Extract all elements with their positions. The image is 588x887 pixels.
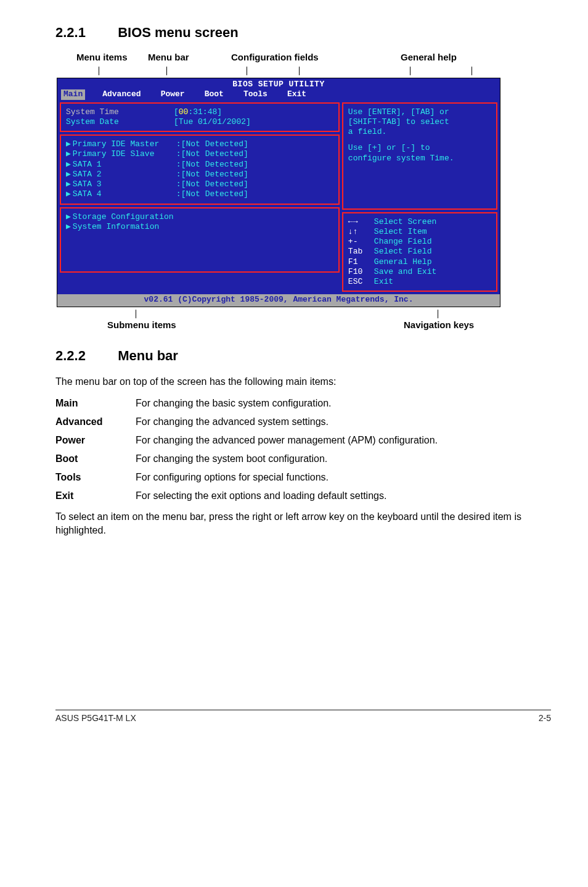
paragraph: The menu bar on top of the screen has th… [55, 375, 551, 389]
section-title: Menu bar [118, 348, 178, 363]
panel-datetime: System Time [00:31:48] System Date [Tue … [60, 102, 340, 133]
section-number: 2.2.1 [55, 25, 114, 41]
spacer [348, 137, 491, 143]
footer-right: 2-5 [539, 713, 551, 723]
bios-menubar: Main Advanced Power Boot Tools Exit [57, 89, 500, 102]
panel-nav-keys: ←→Select Screen ↓↑Select Item +-Change F… [342, 212, 497, 292]
navaction: Change Field [374, 237, 432, 247]
system-date-value[interactable]: [Tue 01/01/2002] [174, 117, 251, 127]
nd-value: :[Not Detected] [176, 179, 248, 189]
panel-drives: ▶Primary IDE Master:[Not Detected] ▶Prim… [60, 134, 340, 205]
tick-icon [299, 67, 300, 75]
section-number: 2.2.2 [55, 348, 114, 364]
menubar-power[interactable]: Power [151, 89, 195, 99]
navkey: F10 [348, 267, 374, 277]
callout-ticks-top [55, 67, 551, 78]
section-heading: 2.2.1 BIOS menu screen [55, 25, 551, 41]
definitions-table: MainFor changing the basic system config… [55, 394, 444, 505]
nd-value: :[Not Detected] [176, 139, 248, 149]
nd-value: :[Not Detected] [176, 160, 248, 170]
def-val: For changing the advanced power manageme… [136, 431, 444, 450]
navaction: Select Item [374, 227, 427, 237]
triangle-icon: ▶ [66, 139, 71, 149]
tick-icon [472, 67, 472, 75]
system-information[interactable]: System Information [73, 222, 159, 232]
help-line: Use [+] or [-] to [348, 143, 491, 153]
footer-left: ASUS P5G41T-M LX [55, 713, 136, 723]
panel-submenus: ▶Storage Configuration ▶System Informati… [60, 207, 340, 273]
tick-icon [99, 67, 99, 75]
label-menu-bar: Menu bar [148, 52, 189, 62]
bios-right-column: Use [ENTER], [TAB] or [SHIFT-TAB] to sel… [342, 102, 497, 292]
navaction: Exit [374, 277, 393, 287]
help-line: a field. [348, 127, 491, 137]
bios-screen: BIOS SETUP UTILITY Main Advanced Power B… [57, 78, 500, 307]
navaction: Select Screen [374, 217, 436, 227]
def-val: For changing the basic system configurat… [136, 394, 444, 413]
system-date-label: System Date [66, 117, 174, 127]
label-menu-items: Menu items [76, 52, 128, 62]
def-val: For changing the system boot configurati… [136, 450, 444, 468]
navaction: Save and Exit [374, 267, 436, 277]
section-title: BIOS menu screen [118, 25, 239, 40]
tick-icon [410, 67, 410, 75]
storage-configuration[interactable]: Storage Configuration [73, 212, 174, 222]
navaction: General Help [374, 257, 432, 267]
help-line: configure system Time. [348, 154, 491, 163]
label-config-fields: Configuration fields [231, 52, 319, 62]
nd-value: :[Not Detected] [176, 149, 248, 159]
bios-left-column: System Time [00:31:48] System Date [Tue … [60, 102, 340, 292]
menubar-advanced[interactable]: Advanced [92, 89, 150, 99]
sata1[interactable]: SATA 1 [73, 160, 176, 170]
sata2[interactable]: SATA 2 [73, 170, 176, 179]
paragraph: To select an item on the menu bar, press… [55, 510, 551, 537]
triangle-icon: ▶ [66, 160, 71, 170]
navkey: ESC [348, 277, 374, 287]
navkey: Tab [348, 247, 374, 257]
bios-body: System Time [00:31:48] System Date [Tue … [57, 102, 500, 295]
tick-icon [166, 67, 167, 75]
tick-icon [438, 310, 438, 318]
bios-title: BIOS SETUP UTILITY [57, 78, 500, 89]
def-key: Exit [55, 487, 136, 505]
menubar-boot[interactable]: Boot [195, 89, 234, 99]
label-navigation-keys: Navigation keys [404, 320, 474, 330]
sata3[interactable]: SATA 3 [73, 179, 176, 189]
triangle-icon: ▶ [66, 170, 71, 179]
callout-labels-bottom: Submenu items Navigation keys [55, 310, 551, 331]
navkey: +- [348, 237, 374, 247]
navkey: ↓↑ [348, 227, 374, 237]
nd-value: :[Not Detected] [176, 170, 248, 179]
def-key: Tools [55, 468, 136, 487]
def-val: For selecting the exit options and loadi… [136, 487, 444, 505]
label-general-help: General help [401, 52, 457, 62]
menubar-main[interactable]: Main [61, 89, 85, 99]
label-submenu-items: Submenu items [107, 320, 176, 330]
triangle-icon: ▶ [66, 189, 71, 199]
def-key: Main [55, 394, 136, 413]
system-time-label: System Time [66, 107, 174, 117]
tick-icon [136, 310, 136, 318]
tick-icon [247, 67, 247, 75]
def-key: Advanced [55, 413, 136, 431]
def-val: For configuring options for special func… [136, 468, 444, 487]
nd-value: :[Not Detected] [176, 189, 248, 199]
panel-help: Use [ENTER], [TAB] or [SHIFT-TAB] to sel… [342, 102, 497, 210]
def-val: For changing the advanced system setting… [136, 413, 444, 431]
help-line: Use [ENTER], [TAB] or [348, 107, 491, 117]
menubar-tools[interactable]: Tools [234, 89, 277, 99]
system-time-value[interactable]: [00:31:48] [174, 107, 222, 117]
help-line: [SHIFT-TAB] to select [348, 117, 491, 127]
callout-labels-top: Menu items Menu bar Configuration fields… [55, 52, 551, 65]
def-key: Boot [55, 450, 136, 468]
bios-footer: v02.61 (C)Copyright 1985-2009, American … [57, 294, 500, 306]
menubar-exit[interactable]: Exit [277, 89, 316, 99]
primary-ide-master[interactable]: Primary IDE Master [73, 139, 176, 149]
navaction: Select Field [374, 247, 432, 257]
sata4[interactable]: SATA 4 [73, 189, 176, 199]
triangle-icon: ▶ [66, 149, 71, 159]
page-footer: ASUS P5G41T-M LX 2-5 [55, 709, 551, 723]
primary-ide-slave[interactable]: Primary IDE Slave [73, 149, 176, 159]
navkey: ←→ [348, 217, 374, 227]
triangle-icon: ▶ [66, 179, 71, 189]
